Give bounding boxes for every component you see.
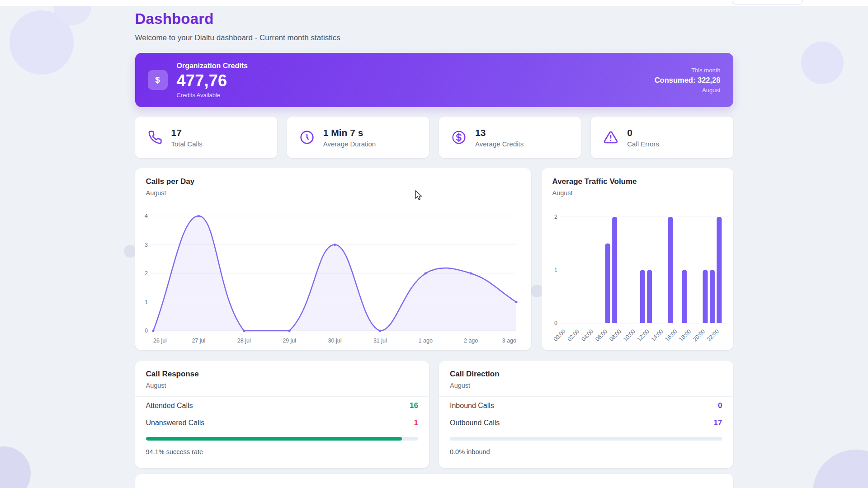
unanswered-calls-value: 1 (414, 418, 418, 427)
svg-text:3 ago: 3 ago (502, 338, 516, 344)
inbound-rate-progress (450, 437, 722, 441)
svg-text:1: 1 (554, 267, 557, 273)
svg-text:2 ago: 2 ago (463, 338, 477, 344)
attended-calls-row: Attended Calls 16 (146, 401, 419, 411)
call-response-card: Call Response August Attended Calls 16 U… (135, 361, 429, 468)
dollar-circle-icon (452, 130, 466, 145)
card-subtitle: August (439, 379, 733, 389)
next-section-card (135, 474, 733, 488)
svg-text:14:00: 14:00 (650, 328, 664, 343)
mouse-cursor (415, 190, 424, 201)
card-title: Call Direction (439, 361, 733, 379)
clock-icon (300, 130, 314, 145)
average-traffic-volume-chart: 01200:0002:0004:0006:0008:0010:0012:0014… (542, 168, 733, 350)
inbound-rate-note: 0.0% inbound (439, 448, 733, 455)
row-label: Inbound Calls (450, 402, 494, 410)
phone-icon (148, 130, 162, 145)
svg-text:22:00: 22:00 (705, 328, 720, 343)
svg-text:08:00: 08:00 (608, 328, 623, 343)
stat-card-average-duration: 1 Min 7 s Average Duration (287, 117, 429, 158)
card-title: Call Response (135, 361, 429, 379)
page-subtitle: Welcome to your Dialtu dashboard - Curre… (135, 33, 733, 42)
success-rate-progress (146, 437, 419, 441)
stat-card-average-credits: 13 Average Credits (439, 117, 581, 158)
svg-text:12:00: 12:00 (636, 328, 650, 343)
attended-calls-value: 16 (410, 401, 418, 410)
credits-consumed: Consumed: 322,28 (655, 76, 721, 84)
credits-amount: 477,76 (177, 71, 248, 90)
outbound-calls-row: Outbound Calls 17 (450, 418, 722, 428)
stat-card-total-calls: 17 Total Calls (135, 117, 277, 158)
calls-per-day-chart: 0123426 jul27 jul28 jul29 jul30 jul31 ju… (135, 168, 531, 350)
card-subtitle: August (135, 379, 429, 389)
organization-credits-banner: $ Organization Credits 477,76 Credits Av… (135, 53, 733, 107)
outbound-calls-value: 17 (714, 418, 722, 427)
stat-label: Total Calls (171, 140, 203, 148)
progress-fill (146, 437, 402, 441)
stat-value: 13 (475, 127, 524, 138)
svg-text:00:00: 00:00 (552, 328, 566, 343)
stat-label: Average Duration (323, 140, 376, 148)
svg-text:10:00: 10:00 (622, 328, 636, 343)
credits-caption: Credits Available (177, 92, 248, 99)
decorative-circle (0, 446, 31, 488)
inbound-calls-value: 0 (718, 401, 722, 410)
stat-label: Call Errors (627, 140, 659, 148)
credits-title: Organization Credits (177, 62, 248, 70)
svg-text:4: 4 (145, 213, 148, 219)
decorative-circle (801, 42, 844, 84)
svg-text:3: 3 (145, 242, 148, 248)
svg-text:28 jul: 28 jul (237, 338, 250, 344)
svg-text:26 jul: 26 jul (153, 338, 167, 344)
credits-period: This month (655, 67, 721, 74)
credits-month: August (655, 87, 721, 94)
decorative-circle (813, 450, 868, 488)
dollar-icon: $ (148, 70, 168, 90)
stats-row: 17 Total Calls 1 Min 7 s Average Duratio… (135, 117, 733, 158)
calls-per-day-card: Calls per Day August 0123426 jul27 jul28… (135, 168, 531, 350)
stat-card-call-errors: 0 Call Errors (591, 117, 733, 158)
row-label: Attended Calls (146, 402, 193, 410)
call-direction-card: Call Direction August Inbound Calls 0 Ou… (439, 361, 733, 468)
svg-text:1: 1 (145, 299, 148, 305)
divider (439, 396, 733, 397)
row-label: Unanswered Calls (146, 419, 205, 427)
unanswered-calls-row: Unanswered Calls 1 (146, 418, 419, 428)
svg-text:0: 0 (554, 320, 557, 326)
row-label: Outbound Calls (450, 419, 500, 427)
svg-text:2: 2 (554, 214, 557, 220)
average-traffic-volume-card: Average Traffic Volume August 01200:0002… (542, 168, 733, 350)
svg-text:18:00: 18:00 (678, 328, 692, 343)
stat-label: Average Credits (475, 140, 524, 148)
svg-text:04:00: 04:00 (580, 328, 594, 343)
top-bar (0, 0, 868, 6)
svg-text:31 jul: 31 jul (373, 338, 387, 344)
svg-text:29 jul: 29 jul (283, 338, 296, 344)
topbar-button[interactable] (732, 0, 803, 5)
svg-text:02:00: 02:00 (566, 328, 580, 343)
stat-value: 17 (171, 127, 203, 138)
svg-text:27 jul: 27 jul (192, 338, 205, 344)
stat-value: 0 (627, 127, 659, 138)
svg-text:16:00: 16:00 (664, 328, 678, 343)
svg-text:2: 2 (145, 270, 148, 277)
svg-text:30 jul: 30 jul (328, 338, 341, 344)
svg-text:1 ago: 1 ago (418, 338, 432, 344)
page-title: Dashboard (135, 10, 733, 28)
success-rate-note: 94.1% success rate (135, 448, 429, 455)
svg-text:0: 0 (145, 328, 148, 334)
inbound-calls-row: Inbound Calls 0 (450, 401, 722, 411)
divider (135, 396, 429, 397)
stat-value: 1 Min 7 s (323, 127, 376, 138)
svg-text:06:00: 06:00 (594, 328, 609, 343)
svg-text:20:00: 20:00 (692, 328, 706, 343)
warning-triangle-icon (604, 130, 618, 145)
